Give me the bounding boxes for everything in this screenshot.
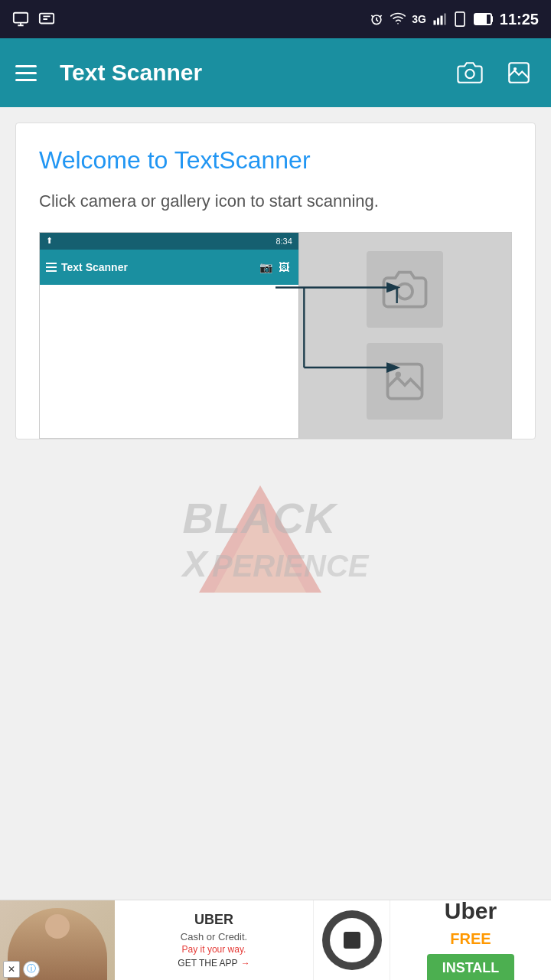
ad-info-button[interactable]: ⓘ [23,961,40,978]
ad-cta-text: GET THE APP [178,958,237,969]
svg-rect-1 [40,14,54,24]
signal-icon [432,12,446,26]
welcome-card: Welcome to TextScanner Click camera or g… [15,122,536,439]
status-bar-left-icons [12,11,55,28]
svg-rect-5 [440,16,442,25]
gallery-button[interactable] [502,56,536,90]
main-content: Welcome to TextScanner Click camera or g… [0,107,551,455]
ad-controls: ✕ ⓘ [3,961,40,978]
ad-free-label: FREE [450,930,491,948]
svg-rect-9 [475,15,487,24]
watermark-xperience-text: PERIENCE [212,549,369,583]
ad-cta[interactable]: GET THE APP → [178,958,249,969]
ad-text-section: UBER Cash or Credit. Pay it your way. GE… [115,900,314,981]
watermark-area: BLACK X PERIENCE [0,455,551,623]
app-bar: Text Scanner [0,38,551,107]
alarm-icon [369,11,384,27]
svg-rect-0 [14,13,28,23]
app-title: Text Scanner [60,60,438,86]
message-icon [38,11,55,28]
status-time: 11:25 [500,11,539,28]
camera-button[interactable] [453,56,487,90]
tutorial-image: ⬆ 8:34 Text Scanner 📷 🖼 [39,232,512,439]
ad-install-section: Uber FREE INSTALL [390,900,551,981]
ad-uber-logo [322,910,382,970]
svg-rect-7 [455,12,465,26]
watermark-black-text: BLACK [183,493,337,543]
svg-rect-4 [437,18,439,25]
ad-close-button[interactable]: ✕ [3,961,20,978]
screen-icon [12,11,29,28]
ad-tagline: Pay it your way. [182,944,246,955]
phone-icon [452,11,468,27]
battery-icon [474,13,494,25]
ad-brand-title: UBER [194,912,233,928]
svg-point-10 [465,70,474,78]
hamburger-menu[interactable] [15,65,37,81]
welcome-title: Welcome to TextScanner [39,146,512,175]
tutorial-arrows [40,233,511,438]
ad-install-button[interactable]: INSTALL [427,954,515,980]
watermark-x-text: X [183,544,209,584]
wifi-icon [390,11,406,27]
svg-rect-3 [433,21,435,25]
ad-uber-name: Uber [445,898,497,924]
status-bar-right-icons: 3G 11:25 [369,11,539,28]
ad-banner: ✕ ⓘ UBER Cash or Credit. Pay it your way… [0,900,551,980]
ad-image: ✕ ⓘ [0,900,115,981]
welcome-description: Click camera or gallery icon to start sc… [39,190,512,214]
status-bar: 3G 11:25 [0,0,551,38]
ad-subtitle: Cash or Credit. [181,931,247,942]
svg-rect-6 [444,14,446,25]
watermark-logo: BLACK X PERIENCE [183,493,369,585]
ad-logo-section [314,900,390,981]
network-3g: 3G [412,13,426,25]
svg-point-12 [514,67,517,70]
